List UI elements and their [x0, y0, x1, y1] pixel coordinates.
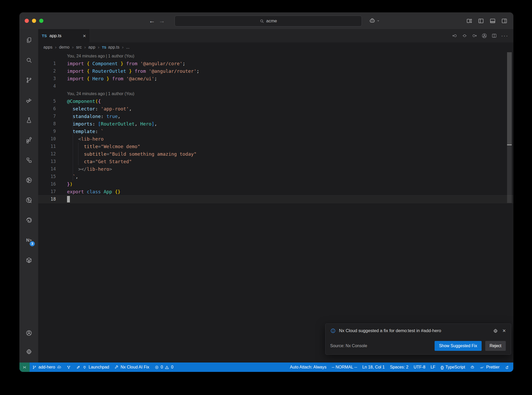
- notification-settings-gear-icon[interactable]: [493, 328, 498, 334]
- info-icon: [330, 328, 336, 334]
- status-item-remote-indicator[interactable]: [19, 363, 30, 372]
- layout-sidebar-right-button[interactable]: [501, 18, 508, 24]
- activity-item-settings[interactable]: [19, 342, 38, 361]
- status-item-formatter[interactable]: Prettier: [477, 363, 502, 372]
- activity-item-containers[interactable]: [19, 250, 38, 270]
- breadcrumb-item--[interactable]: ...: [126, 45, 129, 50]
- line-number: 3: [38, 75, 56, 82]
- status-item-auto-attach[interactable]: Auto Attach: Always: [287, 363, 329, 372]
- commit-graph-circle-button[interactable]: [481, 33, 488, 39]
- warning-icon: [165, 365, 169, 370]
- activity-item-accounts[interactable]: [19, 324, 38, 342]
- show-suggested-fix-button[interactable]: Show Suggested Fix: [435, 341, 482, 351]
- code-line-12: 12 subtitle="Build something amazing tod…: [38, 150, 513, 158]
- breadcrumb-item-apps[interactable]: apps: [43, 45, 52, 50]
- breadcrumb-separator: ›: [98, 45, 99, 50]
- code-editor[interactable]: You, 24 minutes ago | 1 author (You)1imp…: [38, 52, 513, 363]
- command-center-search[interactable]: acme: [175, 16, 362, 27]
- activity-item-nx-console[interactable]: N>3: [19, 230, 38, 250]
- chevron-down-icon: [376, 19, 380, 23]
- nav-forward-circle-button[interactable]: [471, 33, 478, 39]
- notification-footer: Source: Nx Console Show Suggested Fix Re…: [330, 341, 506, 351]
- maximize-window-button[interactable]: [39, 19, 43, 23]
- editor-scrollbar-thumb[interactable]: [507, 52, 512, 145]
- token: [: [98, 121, 101, 127]
- status-item-git-branch[interactable]: add-hero: [30, 363, 64, 372]
- token: '@angular/router': [149, 68, 196, 74]
- editor-scrollbar-thumb-lower[interactable]: [507, 145, 512, 203]
- minimize-window-button[interactable]: [32, 19, 36, 23]
- status-item-vim-mode[interactable]: -- NORMAL --: [329, 363, 360, 372]
- breadcrumb-item-demo[interactable]: demo: [59, 45, 69, 50]
- activity-item-gitlens-inspect[interactable]: [19, 190, 38, 210]
- layout-panel-button[interactable]: [489, 18, 496, 24]
- check-double-icon: [480, 365, 484, 370]
- token: }: [67, 181, 70, 187]
- token: {: [98, 98, 101, 104]
- code-line-1: 1import { Component } from '@angular/cor…: [38, 60, 513, 67]
- gitlens-inspect-icon: [25, 197, 32, 204]
- status-item-eol[interactable]: LF: [428, 363, 438, 372]
- close-window-button[interactable]: [25, 19, 29, 23]
- line-number: 11: [38, 143, 56, 150]
- line-number: 14: [38, 165, 56, 173]
- line-number: 6: [38, 105, 56, 113]
- activity-item-edge-tools[interactable]: [19, 210, 38, 230]
- status-item-encoding[interactable]: UTF-8: [411, 363, 428, 372]
- activity-item-run-debug[interactable]: [19, 90, 38, 110]
- navigate-back-icon[interactable]: ←: [149, 17, 155, 24]
- status-item-indentation[interactable]: Spaces: 2: [387, 363, 411, 372]
- code-line-18: 18: [38, 195, 513, 203]
- status-item-nx-cloud-ai-fix[interactable]: Nx Cloud AI Fix: [112, 363, 152, 372]
- navigate-forward-icon[interactable]: →: [159, 17, 165, 24]
- token: [90, 68, 92, 74]
- activity-item-gitlens[interactable]: [19, 170, 38, 190]
- token: from: [112, 76, 123, 81]
- code-line-5: 5@Component({: [38, 97, 513, 105]
- token: [104, 76, 107, 81]
- status-item-copilot-status[interactable]: [468, 363, 477, 372]
- status-item-launchpad[interactable]: Launchpad: [74, 363, 112, 372]
- tab-close-icon[interactable]: ×: [83, 33, 86, 38]
- activity-item-explorer[interactable]: [19, 30, 38, 50]
- status-item-commit-graph[interactable]: [64, 363, 74, 372]
- status-item-problems[interactable]: 00: [152, 363, 176, 372]
- tab-app-ts[interactable]: TS app.ts ×: [38, 29, 90, 42]
- status-item-cursor-position[interactable]: Ln 18, Col 1: [360, 363, 387, 372]
- more-actions-button[interactable]: ···: [500, 32, 509, 39]
- breadcrumb-item-app-ts[interactable]: TSapp.ts: [102, 45, 119, 50]
- token: ,: [135, 121, 140, 127]
- activity-item-extensions[interactable]: [19, 130, 38, 150]
- activity-item-project-hierarchy[interactable]: [19, 150, 38, 170]
- layout-sidebar-left-button[interactable]: [478, 18, 484, 24]
- layout-customize-button[interactable]: [466, 18, 473, 24]
- token: export: [67, 189, 84, 194]
- nav-back-circle-icon: [452, 33, 458, 39]
- copilot-menu[interactable]: [369, 12, 380, 29]
- braces-icon: {}: [441, 365, 444, 370]
- code-text: subtitle="Build something amazing today": [56, 150, 197, 158]
- token: }: [107, 76, 109, 81]
- breadcrumb-label: app.ts: [108, 45, 119, 50]
- token: :: [101, 114, 107, 119]
- settings-icon: [25, 348, 32, 355]
- notification-close-icon[interactable]: ×: [502, 328, 506, 334]
- breadcrumb-item-app[interactable]: app: [88, 45, 95, 50]
- line-number: 16: [38, 180, 56, 188]
- breadcrumb-item-src[interactable]: src: [76, 45, 82, 50]
- breadcrumb-separator: ›: [72, 45, 74, 50]
- token: <: [78, 136, 81, 142]
- activity-item-testing[interactable]: [19, 110, 38, 130]
- nav-back-circle-button[interactable]: [451, 33, 458, 39]
- tab-bar: TS app.ts × ···: [38, 29, 513, 42]
- status-item-notifications-bell[interactable]: [502, 363, 512, 372]
- split-editor-button[interactable]: [490, 33, 498, 39]
- status-item-language[interactable]: {}TypeScript: [438, 363, 468, 372]
- bell-dot-icon: [505, 365, 509, 370]
- reject-button[interactable]: Reject: [485, 341, 506, 351]
- activity-item-search[interactable]: [19, 50, 38, 70]
- token: :: [95, 106, 101, 111]
- project-hierarchy-icon: [25, 157, 32, 164]
- nav-dot-circle-button[interactable]: [461, 33, 468, 39]
- activity-item-source-control[interactable]: [19, 70, 38, 90]
